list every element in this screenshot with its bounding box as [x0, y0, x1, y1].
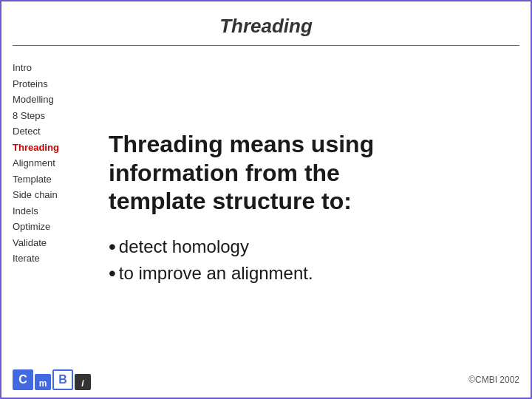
- sidebar-item-intro[interactable]: Intro: [13, 61, 90, 75]
- sidebar-item-proteins[interactable]: Proteins: [13, 77, 90, 92]
- footer: C m B i ©CMBI 2002: [1, 369, 531, 390]
- sidebar-item-modelling[interactable]: Modelling: [13, 92, 90, 107]
- logo-i: i: [75, 374, 91, 390]
- slide-title: Threading: [219, 15, 313, 37]
- bullet-text: to improve an alignment.: [119, 263, 313, 284]
- sidebar-item-detect[interactable]: Detect: [13, 124, 90, 139]
- logo-b: B: [52, 369, 73, 390]
- bullet-dot: •: [109, 236, 116, 257]
- title-bar: Threading: [1, 1, 531, 45]
- sidebar-item-template[interactable]: Template: [13, 172, 90, 187]
- sidebar-item-8-steps[interactable]: 8 Steps: [13, 109, 90, 123]
- sidebar-item-threading[interactable]: Threading: [13, 140, 90, 155]
- bullet-item-0: •detect homology: [109, 236, 508, 257]
- slide-body: IntroProteinsModelling8 StepsDetectThrea…: [1, 46, 531, 398]
- sidebar-item-side-chain[interactable]: Side chain: [13, 188, 90, 202]
- heading-line2: information from the: [109, 160, 340, 186]
- logo-c: C: [13, 369, 33, 390]
- heading-line3: template structure to:: [109, 188, 352, 214]
- sidebar-item-indels[interactable]: Indels: [13, 204, 90, 219]
- logo-m: m: [35, 374, 51, 390]
- bullet-item-1: •to improve an alignment.: [109, 263, 508, 284]
- sidebar: IntroProteinsModelling8 StepsDetectThrea…: [1, 53, 98, 361]
- copyright-text: ©CMBI 2002: [468, 375, 519, 385]
- sidebar-item-alignment[interactable]: Alignment: [13, 156, 90, 171]
- sidebar-item-iterate[interactable]: Iterate: [13, 251, 90, 266]
- logo-container: C m B i: [13, 369, 91, 390]
- bullet-list: •detect homology•to improve an alignment…: [109, 236, 508, 284]
- main-heading: Threading means using information from t…: [109, 130, 508, 215]
- heading-line1: Threading means using: [109, 131, 374, 157]
- sidebar-item-optimize[interactable]: Optimize: [13, 219, 90, 234]
- slide-container: Threading IntroProteinsModelling8 StepsD…: [0, 0, 532, 399]
- bullet-text: detect homology: [119, 236, 249, 257]
- main-content: Threading means using information from t…: [98, 53, 531, 361]
- bullet-dot: •: [109, 263, 116, 284]
- sidebar-item-validate[interactable]: Validate: [13, 236, 90, 250]
